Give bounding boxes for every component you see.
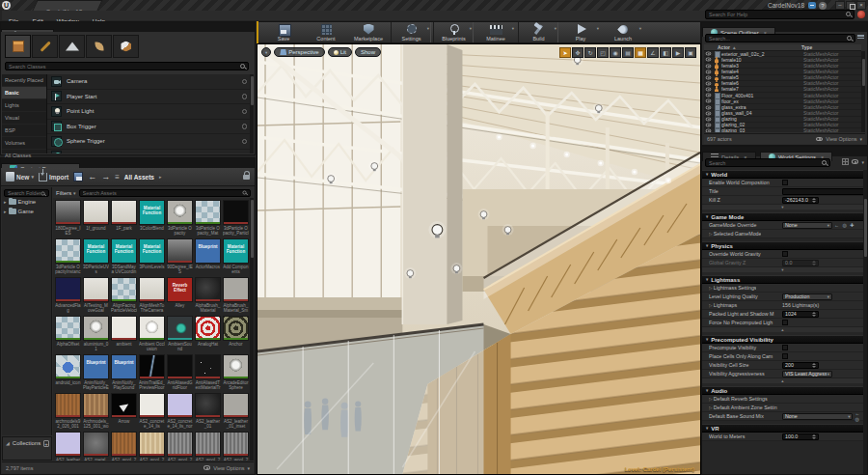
- asset-item[interactable]: Material Function Add Components: [223, 238, 249, 274]
- placeable-item[interactable]: Box Trigger: [47, 120, 250, 135]
- placement-category[interactable]: Basic: [2, 87, 46, 99]
- mode-button[interactable]: [86, 35, 112, 58]
- asset-thumbnail[interactable]: [111, 432, 137, 457]
- help-search[interactable]: [705, 10, 854, 19]
- asset-item[interactable]: AdvancedFlag: [55, 277, 81, 313]
- asset-thumbnail[interactable]: [195, 200, 221, 225]
- setting-extra-icons[interactable]: ← ◎ ✚: [834, 222, 854, 228]
- view-options-button[interactable]: View Options ▾: [816, 136, 862, 142]
- help-circle-icon[interactable]: [242, 109, 248, 115]
- asset-thumbnail[interactable]: [55, 238, 81, 264]
- asset-item[interactable]: Blueprint ActorMacros: [195, 238, 221, 274]
- spinner-arrows-icon[interactable]: [812, 433, 816, 439]
- toolbar-button[interactable]: Settings: [391, 22, 431, 42]
- actor-column-header[interactable]: Actor: [704, 44, 801, 50]
- perspective-button[interactable]: Perspective: [274, 47, 324, 57]
- toolbar-button[interactable]: Matinee: [475, 22, 516, 42]
- checkbox[interactable]: [782, 180, 788, 185]
- viewport-tool-button[interactable]: ▤: [622, 47, 634, 58]
- placeable-item[interactable]: Camera: [47, 74, 250, 90]
- mode-button[interactable]: [113, 35, 139, 58]
- setting-control[interactable]: ▾ ← ◎ ✚: [782, 188, 863, 195]
- asset-thumbnail[interactable]: [83, 200, 109, 225]
- toolbar-button[interactable]: Play: [560, 22, 601, 42]
- setting-control[interactable]: ▾ ← ◎ ✚: [782, 320, 863, 325]
- asset-item[interactable]: 3dParticle Opacity_Mat: [195, 200, 221, 236]
- section-header[interactable]: Precomputed Visibility: [702, 335, 863, 344]
- asset-item[interactable]: Material Function 3ColorBlend: [139, 200, 165, 236]
- placeable-item[interactable]: Player Start: [47, 90, 250, 105]
- placement-category[interactable]: BSP: [2, 125, 46, 137]
- folder-tree-item[interactable]: ▸ Game: [4, 207, 49, 216]
- asset-thumbnail[interactable]: [223, 316, 249, 341]
- filters-button[interactable]: Filters ▾: [56, 190, 76, 196]
- asset-thumbnail[interactable]: [55, 316, 81, 341]
- setting-control[interactable]: ▾ ← ◎ ✚: [782, 345, 863, 350]
- asset-thumbnail[interactable]: [167, 354, 193, 379]
- asset-item[interactable]: archmodels92_026_001: [55, 393, 81, 429]
- asset-item[interactable]: AnimTrailEd_PreviewFloor: [139, 354, 165, 390]
- visibility-eye-icon[interactable]: [706, 117, 712, 121]
- asset-thumbnail[interactable]: [223, 277, 249, 302]
- import-button[interactable]: Import: [39, 173, 68, 182]
- asset-item[interactable]: android_icon: [55, 354, 81, 390]
- settings-search-input[interactable]: [709, 160, 822, 166]
- toolbar-button[interactable]: Build: [518, 22, 558, 42]
- asset-item[interactable]: Ambient Occlusion: [139, 316, 165, 351]
- asset-thumbnail[interactable]: [167, 200, 193, 225]
- viewport-tool-button[interactable]: ◧: [660, 47, 671, 58]
- setting-control[interactable]: 1024▾ 1024 ← ◎ ✚: [782, 311, 863, 318]
- asset-item[interactable]: 180Degree_IES: [55, 200, 81, 236]
- viewport-tool-button[interactable]: ✥: [572, 47, 583, 58]
- asset-thumbnail[interactable]: [195, 393, 221, 418]
- placement-category[interactable]: Lights: [2, 99, 46, 112]
- asset-thumbnail[interactable]: [111, 316, 137, 341]
- help-search-input[interactable]: [709, 12, 846, 17]
- asset-thumbnail[interactable]: [223, 432, 249, 457]
- asset-item[interactable]: AlphaBrush_Material_Smooth: [223, 277, 249, 313]
- asset-item[interactable]: AlphaOffset: [55, 316, 81, 351]
- asset-thumbnail[interactable]: [83, 393, 109, 418]
- asset-thumbnail[interactable]: [139, 277, 165, 302]
- checkbox[interactable]: [782, 353, 788, 359]
- asset-thumbnail[interactable]: [139, 432, 165, 457]
- asset-thumbnail[interactable]: [111, 200, 137, 225]
- visibility-eye-icon[interactable]: [706, 70, 712, 73]
- feedback-bubble-icon[interactable]: [808, 2, 816, 9]
- asset-item[interactable]: AS2_concrete_14_lis: [139, 393, 165, 429]
- asset-thumbnail[interactable]: [195, 354, 221, 379]
- asset-thumbnail[interactable]: Material Function: [83, 238, 109, 264]
- asset-item[interactable]: Blueprint AnimNotify_PlayParticleEffect: [83, 354, 109, 390]
- setting-control[interactable]: None▾ None ← ◎: [782, 410, 863, 422]
- setting-control[interactable]: ▾ ← ◎ ✚: [782, 251, 863, 257]
- asset-thumbnail[interactable]: [167, 316, 193, 341]
- asset-thumbnail[interactable]: [195, 277, 221, 302]
- asset-item[interactable]: 1F_park: [111, 200, 137, 236]
- spinner-arrows-icon[interactable]: [812, 260, 816, 265]
- viewport-tool-button[interactable]: ◉: [610, 47, 621, 58]
- asset-item[interactable]: AnalogHat: [195, 316, 221, 351]
- section-header[interactable]: World: [702, 170, 863, 179]
- asset-item[interactable]: AntiAliasedTextMaterialTranslucent: [195, 354, 221, 390]
- grid-view-icon[interactable]: [842, 158, 849, 165]
- asset-item[interactable]: Material Function 3PointLevels: [139, 238, 165, 274]
- outliner-search-input[interactable]: [709, 36, 847, 42]
- asset-item[interactable]: Arrow: [111, 393, 137, 429]
- checkbox[interactable]: [782, 320, 788, 325]
- modes-search[interactable]: [5, 62, 249, 70]
- help-circle-icon[interactable]: [242, 79, 248, 85]
- asset-thumbnail[interactable]: [139, 354, 165, 379]
- toolbar-button[interactable]: Content: [306, 22, 346, 42]
- outliner-column-headers[interactable]: Actor Type: [704, 44, 861, 51]
- asset-item[interactable]: AS2_concrete_14_lis_normal: [167, 393, 193, 429]
- viewport-tool-button[interactable]: ▣: [685, 47, 696, 58]
- asset-thumbnail[interactable]: [167, 432, 193, 457]
- setting-control[interactable]: 100.0▾ 100.0 ← ◎ ✚: [782, 433, 863, 440]
- level-tab[interactable]: CardelNov18: [32, 0, 102, 11]
- visibility-eye-icon[interactable]: [706, 88, 712, 92]
- asset-item[interactable]: AlphaBrush_Material: [195, 277, 221, 313]
- visibility-eye-icon[interactable]: [706, 123, 712, 126]
- lit-mode-button[interactable]: Lit: [328, 47, 352, 57]
- asset-item[interactable]: AS2_wool_20: [111, 432, 137, 461]
- setting-control[interactable]: 156 Lightmap(s)▾ 156 Lightmap(s) ← ◎ ✚: [782, 302, 863, 308]
